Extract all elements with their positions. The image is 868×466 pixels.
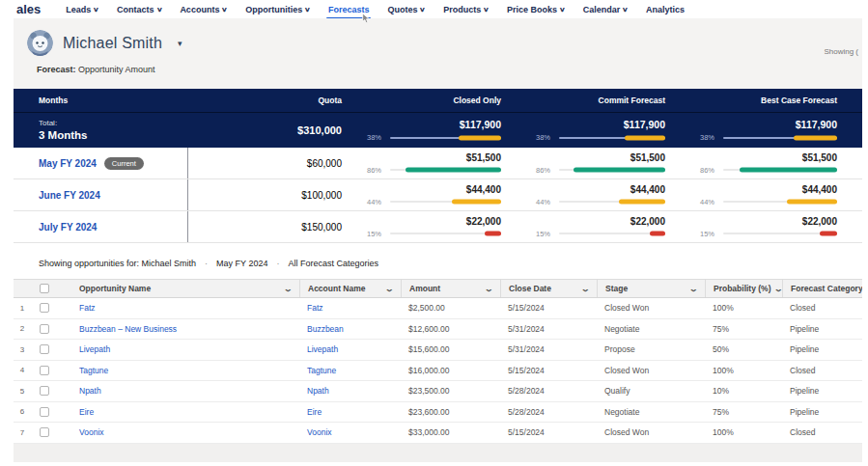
user-dropdown-caret-icon[interactable]: ▾ xyxy=(178,39,182,48)
bar-track xyxy=(723,201,837,203)
forecast-bar: 86% xyxy=(700,166,837,175)
row-number: 4 xyxy=(14,366,31,374)
month-cell-best-case-forecast: $51,50086% xyxy=(690,152,862,175)
chevron-down-icon[interactable]: ⌄ xyxy=(773,285,782,293)
col-header-label: Account Name xyxy=(308,284,366,293)
bar-fill xyxy=(452,200,501,205)
opportunities-table: Opportunity Name⌄Account Name⌄Amount⌄Clo… xyxy=(14,279,862,444)
col-header-opportunity-name[interactable]: Opportunity Name⌄ xyxy=(71,280,299,297)
account-name-link[interactable]: Buzzbean xyxy=(299,324,401,334)
total-label-big: 3 Months xyxy=(39,128,188,142)
col-header-account-name[interactable]: Account Name⌄ xyxy=(299,280,401,297)
opportunity-row: 2Buzzbean – New BusinessBuzzbean$12,600.… xyxy=(14,319,862,341)
month-cell-commit-forecast: $51,50086% xyxy=(526,152,690,175)
select-all-checkbox[interactable] xyxy=(40,284,49,293)
col-header-amount[interactable]: Amount⌄ xyxy=(401,280,500,297)
month-cell-best-case-forecast: $44,40044% xyxy=(690,184,862,206)
chevron-down-icon[interactable]: ⌄ xyxy=(581,285,591,293)
month-cell: July FY 2024 xyxy=(14,211,188,242)
forecast-category-cell: Pipeline xyxy=(782,344,862,354)
opportunity-name-link[interactable]: Npath xyxy=(71,386,299,396)
chevron-down-icon[interactable]: ⌄ xyxy=(485,285,494,293)
chevron-down-icon: ∨ xyxy=(93,6,99,14)
bar-track xyxy=(559,201,665,203)
row-select-cell xyxy=(31,366,71,375)
col-header-label: Stage xyxy=(605,284,628,293)
total-quota: $310,000 xyxy=(188,124,357,136)
opportunity-name-link[interactable]: Buzzbean – New Business xyxy=(71,324,299,334)
row-number: 5 xyxy=(14,387,31,396)
bar-fill xyxy=(787,200,837,205)
forecast-bar: 44% xyxy=(536,198,665,206)
row-checkbox[interactable] xyxy=(40,303,49,313)
nav-tab-contacts[interactable]: Contacts∨ xyxy=(117,5,161,14)
attainment-percent: 86% xyxy=(700,166,717,175)
row-checkbox[interactable] xyxy=(40,366,49,375)
chevron-down-icon[interactable]: ⌄ xyxy=(385,285,395,293)
account-name-link[interactable]: Npath xyxy=(299,386,401,396)
nav-tab-accounts[interactable]: Accounts∨ xyxy=(180,5,227,14)
chevron-down-icon[interactable]: ⌄ xyxy=(284,285,294,293)
row-number: 1 xyxy=(14,304,31,313)
row-select-cell xyxy=(31,427,71,437)
nav-tab-products[interactable]: Products∨ xyxy=(443,5,489,14)
account-name-link[interactable]: Livepath xyxy=(299,344,401,354)
forecast-amount: $22,000 xyxy=(700,216,837,227)
forecast-month-row: June FY 2024$100,000$44,40044%$44,40044%… xyxy=(14,179,862,211)
nav-tab-calendar[interactable]: Calendar∨ xyxy=(583,5,628,14)
opportunities-filter-line: Showing opportunities for: Michael Smith… xyxy=(14,259,862,268)
nav-tab-price-books[interactable]: Price Books∨ xyxy=(507,5,565,14)
month-link[interactable]: May FY 2024 xyxy=(39,158,97,169)
month-link[interactable]: July FY 2024 xyxy=(39,222,97,233)
col-header-label: Forecast Category xyxy=(791,284,862,293)
month-cell-commit-forecast: $44,40044% xyxy=(526,184,690,206)
probability-cell: 10% xyxy=(705,386,782,396)
col-header-stage[interactable]: Stage⌄ xyxy=(597,280,705,297)
account-name-link[interactable]: Eire xyxy=(299,407,401,417)
stage-cell: Closed Won xyxy=(597,427,705,437)
row-checkbox[interactable] xyxy=(40,407,49,417)
account-name-link[interactable]: Voonix xyxy=(299,427,401,437)
close-date-cell: 5/28/2024 xyxy=(500,386,597,396)
row-checkbox[interactable] xyxy=(40,427,49,437)
row-checkbox[interactable] xyxy=(40,386,49,396)
chevron-down-icon[interactable]: ⌄ xyxy=(689,285,699,293)
col-header-probability[interactable]: Probability (%)⌄ xyxy=(705,280,782,297)
nav-tab-forecasts[interactable]: Forecasts xyxy=(328,5,370,14)
nav-tab-analytics[interactable]: Analytics xyxy=(646,5,685,14)
opportunity-name-link[interactable]: Eire xyxy=(71,407,299,417)
opportunity-name-link[interactable]: Livepath xyxy=(71,344,299,354)
opportunity-row: 3LivepathLivepath$15,600.005/31/2024Prop… xyxy=(14,340,862,361)
nav-tab-leads[interactable]: Leads∨ xyxy=(66,5,98,14)
forecast-bar: 38% xyxy=(700,133,837,142)
row-select-cell xyxy=(31,386,71,396)
month-cell: May FY 2024Current xyxy=(14,148,188,178)
nav-tab-label: Contacts xyxy=(117,5,154,14)
forecast-total-row: Total:3 Months$310,000$117,90038%$117,90… xyxy=(14,113,862,148)
total-cell-closed-only: $117,90038% xyxy=(357,119,526,142)
close-date-cell: 5/15/2024 xyxy=(500,427,597,437)
nav-tab-quotes[interactable]: Quotes∨ xyxy=(387,5,425,14)
forecast-grid-header: Months Quota Closed Only Commit Forecast… xyxy=(14,89,862,113)
opportunity-name-link[interactable]: Fatz xyxy=(71,303,299,313)
row-checkbox[interactable] xyxy=(40,344,49,354)
account-name-link[interactable]: Tagtune xyxy=(299,366,401,375)
total-cell-best-case-forecast: $117,90038% xyxy=(690,119,862,142)
account-name-link[interactable]: Fatz xyxy=(299,303,401,313)
bar-fill xyxy=(740,168,837,173)
nav-tab-opportunities[interactable]: Opportunities∨ xyxy=(245,5,310,14)
nav-tab-label: Accounts xyxy=(180,5,219,14)
col-header-label: Close Date xyxy=(509,284,551,293)
footer-strip xyxy=(14,444,862,462)
opportunity-name-link[interactable]: Voonix xyxy=(71,427,299,437)
close-date-cell: 5/31/2024 xyxy=(500,324,597,334)
col-header-close-date[interactable]: Close Date⌄ xyxy=(500,280,597,297)
col-header-forecast-category[interactable]: Forecast Category⌄ xyxy=(782,280,862,297)
row-checkbox[interactable] xyxy=(40,324,49,334)
month-link[interactable]: June FY 2024 xyxy=(39,190,100,201)
col-header-quota: Quota xyxy=(188,96,357,105)
chevron-down-icon: ∨ xyxy=(156,6,163,14)
opportunity-name-link[interactable]: Tagtune xyxy=(71,366,299,375)
forecast-amount: $51,500 xyxy=(367,152,501,163)
user-name: Michael Smith xyxy=(63,35,162,52)
